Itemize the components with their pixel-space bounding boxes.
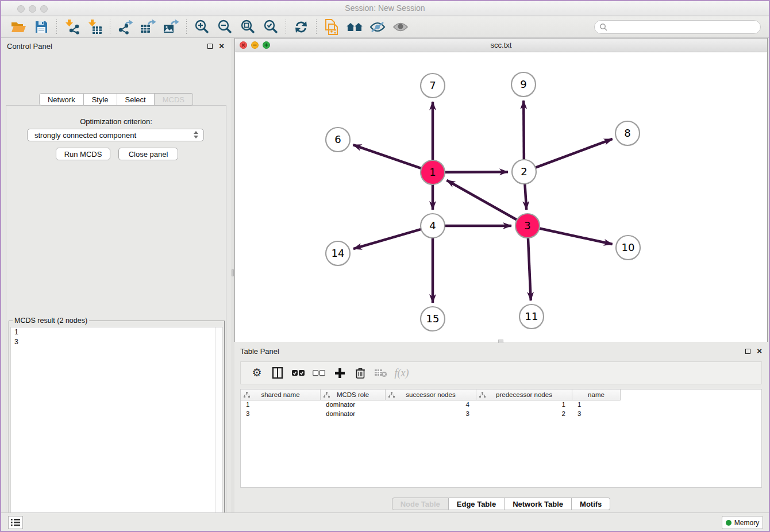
search-box[interactable] (594, 20, 761, 34)
title-bar: Session: New Session (1, 1, 769, 16)
svg-text:7: 7 (429, 79, 436, 91)
zoom-in-icon[interactable] (190, 18, 213, 36)
table-cell[interactable]: 4 (386, 400, 476, 409)
network-snapshot-icon[interactable] (320, 18, 343, 36)
main-toolbar (1, 17, 769, 38)
tab-select[interactable]: Select (117, 93, 155, 106)
trash-icon[interactable] (350, 364, 371, 381)
graph-edge-3-1[interactable] (446, 180, 517, 220)
network-graph-canvas[interactable]: 7968124314101511 (235, 52, 767, 342)
table-cell[interactable]: 3 (572, 409, 621, 418)
table-row[interactable]: 3dominator323 (241, 409, 761, 418)
unchecked-boxes-icon[interactable] (309, 364, 329, 381)
mcds-result-line: 3 (11, 337, 222, 347)
dropdown-stepper-icon (194, 131, 198, 138)
graph-edge-3-11[interactable] (528, 237, 531, 300)
table-panel-header: Table Panel × (234, 343, 768, 360)
graph-node-3[interactable]: 3 (515, 214, 540, 238)
mcds-panel-body: Optimization criterion: strongly connect… (6, 105, 226, 532)
optimization-criterion-dropdown[interactable]: strongly connected component (27, 129, 204, 141)
table-cell[interactable]: 3 (386, 409, 476, 418)
open-folder-icon[interactable] (7, 18, 30, 36)
graph-edge-2-3[interactable] (525, 183, 526, 210)
task-history-button[interactable] (8, 516, 23, 529)
zoom-fit-icon[interactable] (236, 18, 259, 36)
tab-network[interactable]: Network (39, 93, 84, 106)
table-cell[interactable]: dominator (321, 409, 386, 418)
graph-edge-2-8[interactable] (535, 139, 613, 168)
graph-node-14[interactable]: 14 (326, 241, 350, 265)
svg-text:9: 9 (520, 78, 526, 90)
svg-text:4: 4 (429, 219, 436, 232)
table-cell[interactable]: 1 (241, 400, 321, 409)
network-window: scc.txt 7968124314101511 (234, 38, 768, 342)
homes-icon[interactable] (343, 18, 366, 36)
import-network-icon[interactable] (60, 18, 83, 36)
graph-node-7[interactable]: 7 (421, 74, 445, 98)
graph-node-6[interactable]: 6 (326, 128, 350, 152)
graph-edge-4-14[interactable] (353, 229, 422, 249)
export-table-icon[interactable] (137, 18, 160, 36)
columns-icon[interactable] (267, 364, 288, 381)
run-mcds-button[interactable]: Run MCDS (56, 148, 110, 160)
float-panel-icon[interactable] (207, 44, 213, 49)
add-row-icon[interactable] (329, 364, 350, 381)
graph-node-10[interactable]: 10 (616, 236, 640, 260)
column-header-shared-name[interactable]: shared name (241, 390, 321, 400)
close-panel-button[interactable]: Close panel (118, 148, 178, 160)
table-cell[interactable]: 1 (572, 400, 621, 409)
graph-node-8[interactable]: 8 (615, 121, 640, 145)
refresh-icon[interactable] (290, 18, 313, 36)
export-network-icon[interactable] (114, 18, 137, 36)
mcds-result-box: MCDS result (2 nodes) 1 3 (9, 321, 225, 532)
export-image-icon[interactable] (160, 18, 183, 36)
control-panel-title: Control Panel (7, 42, 52, 51)
status-bar: Memory (1, 512, 769, 532)
memory-button[interactable]: Memory (722, 516, 763, 529)
table-cell[interactable]: 2 (476, 409, 572, 418)
column-header-MCDS-role[interactable]: MCDS role (321, 390, 386, 400)
graph-node-9[interactable]: 9 (511, 72, 536, 97)
table-row[interactable]: 1dominator411 (241, 400, 761, 409)
table-cell[interactable]: 1 (476, 400, 572, 409)
eye-slash-icon[interactable] (366, 18, 389, 36)
svg-text:11: 11 (525, 310, 538, 322)
graph-node-2[interactable]: 2 (512, 160, 536, 184)
table-cell[interactable]: dominator (321, 400, 386, 409)
column-header-name[interactable]: name (572, 390, 621, 400)
tab-mcds[interactable]: MCDS (155, 93, 193, 106)
node-table[interactable]: shared nameMCDS rolesuccessor nodesprede… (240, 389, 762, 488)
save-icon[interactable] (30, 18, 53, 36)
table-toolbar: ⚙ f(x) (240, 361, 762, 384)
gear-icon[interactable]: ⚙ (247, 364, 267, 381)
graph-edge-1-6[interactable] (353, 145, 422, 168)
close-panel-icon[interactable]: × (219, 41, 224, 51)
graph-edge-2-9[interactable] (523, 101, 524, 160)
graph-edge-3-10[interactable] (539, 228, 613, 244)
float-table-panel-icon[interactable] (745, 349, 750, 354)
tab-network-table[interactable]: Network Table (505, 498, 572, 510)
search-input[interactable] (607, 22, 760, 32)
graph-node-11[interactable]: 11 (519, 304, 544, 329)
optimization-criterion-label: Optimization criterion: (6, 117, 226, 126)
eye-icon[interactable] (389, 18, 412, 36)
zoom-selected-icon[interactable] (259, 18, 282, 36)
tab-style[interactable]: Style (84, 93, 117, 106)
graph-node-1[interactable]: 1 (421, 160, 445, 184)
tab-motifs[interactable]: Motifs (572, 498, 610, 510)
zoom-out-icon[interactable] (213, 18, 236, 36)
column-header-predecessor-nodes[interactable]: predecessor nodes (476, 390, 572, 400)
tab-node-table[interactable]: Node Table (392, 498, 449, 510)
graph-edge-1-2[interactable] (444, 172, 508, 172)
graph-node-4[interactable]: 4 (421, 214, 445, 238)
result-scrollbar[interactable] (215, 327, 222, 532)
tab-edge-table[interactable]: Edge Table (449, 498, 505, 510)
checked-boxes-icon[interactable] (288, 364, 309, 381)
close-table-panel-icon[interactable]: × (757, 346, 762, 356)
svg-text:3: 3 (524, 219, 530, 232)
graph-node-15[interactable]: 15 (421, 307, 445, 331)
table-cell[interactable]: 3 (241, 409, 321, 418)
import-table-icon[interactable] (83, 18, 106, 36)
column-header-successor-nodes[interactable]: successor nodes (386, 390, 476, 400)
splitter-grip[interactable] (232, 269, 234, 276)
